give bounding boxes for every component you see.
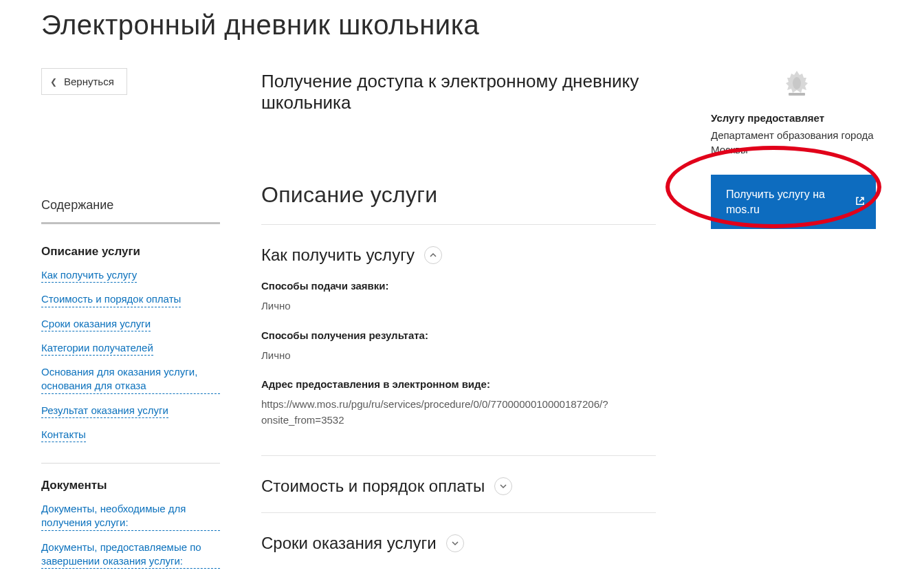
external-link-icon bbox=[855, 195, 865, 210]
provider-name: Департамент образования города Москвы bbox=[711, 128, 883, 157]
chevron-down-icon bbox=[452, 540, 459, 547]
electronic-address-value: https://www.mos.ru/pgu/ru/services/proce… bbox=[261, 397, 656, 428]
sidebar: ❮ Вернуться Содержание Описание услуги К… bbox=[41, 68, 220, 578]
accordion-title-terms: Сроки оказания услуги bbox=[261, 534, 437, 553]
svg-point-0 bbox=[793, 77, 801, 89]
get-service-button[interactable]: Получить услугу на mos.ru bbox=[711, 175, 876, 229]
electronic-address-label: Адрес предоставления в электронном виде: bbox=[261, 378, 656, 390]
toc-link-docs-required[interactable]: Документы, необходимые для получения усл… bbox=[41, 502, 220, 531]
accordion-title-cost: Стоимость и порядок оплаты bbox=[261, 477, 485, 496]
chevron-up-icon bbox=[430, 252, 437, 259]
page-title: Электронный дневник школьника bbox=[41, 10, 883, 41]
back-button-label: Вернуться bbox=[64, 76, 114, 87]
divider bbox=[261, 455, 656, 456]
accordion-title-how-to: Как получить услугу bbox=[261, 246, 415, 265]
toc-heading-description: Описание услуги bbox=[41, 245, 220, 259]
chevron-down-icon bbox=[500, 483, 507, 490]
expand-button-cost[interactable] bbox=[494, 477, 512, 495]
toc-link-result[interactable]: Результат оказания услуги bbox=[41, 404, 168, 418]
divider bbox=[261, 224, 656, 225]
apply-method-label: Способы подачи заявки: bbox=[261, 280, 656, 292]
collapse-button-how-to[interactable] bbox=[424, 246, 442, 264]
toc-link-categories[interactable]: Категории получателей bbox=[41, 341, 153, 356]
get-service-button-label: Получить услугу на mos.ru bbox=[726, 188, 825, 215]
divider bbox=[261, 512, 656, 513]
coat-of-arms-icon bbox=[780, 68, 813, 101]
toc-link-terms[interactable]: Сроки оказания услуги bbox=[41, 317, 151, 331]
back-button[interactable]: ❮ Вернуться bbox=[41, 68, 127, 95]
toc-link-cost[interactable]: Стоимость и порядок оплаты bbox=[41, 292, 181, 307]
apply-method-value: Лично bbox=[261, 298, 656, 314]
provider-panel: Услугу предоставляет Департамент образов… bbox=[711, 68, 883, 578]
page-subtitle: Получение доступа к электронному дневник… bbox=[261, 71, 656, 113]
toc-heading-documents: Документы bbox=[41, 479, 220, 492]
expand-button-terms[interactable] bbox=[446, 534, 464, 552]
toc-link-grounds[interactable]: Основания для оказания услуги, основания… bbox=[41, 365, 220, 394]
section-title-description: Описание услуги bbox=[261, 182, 656, 208]
main-content: Получение доступа к электронному дневник… bbox=[261, 68, 670, 578]
toc-title: Содержание bbox=[41, 198, 220, 224]
chevron-left-icon: ❮ bbox=[50, 77, 57, 87]
receive-method-value: Лично bbox=[261, 348, 656, 364]
toc-link-docs-provided[interactable]: Документы, предоставляемые по завершении… bbox=[41, 541, 220, 569]
toc-link-how-to[interactable]: Как получить услугу bbox=[41, 268, 137, 283]
toc-separator bbox=[41, 463, 220, 464]
toc-link-contacts[interactable]: Контакты bbox=[41, 428, 86, 442]
receive-method-label: Способы получения результата: bbox=[261, 329, 656, 341]
svg-rect-1 bbox=[789, 93, 805, 96]
provider-label: Услугу предоставляет bbox=[711, 112, 883, 124]
